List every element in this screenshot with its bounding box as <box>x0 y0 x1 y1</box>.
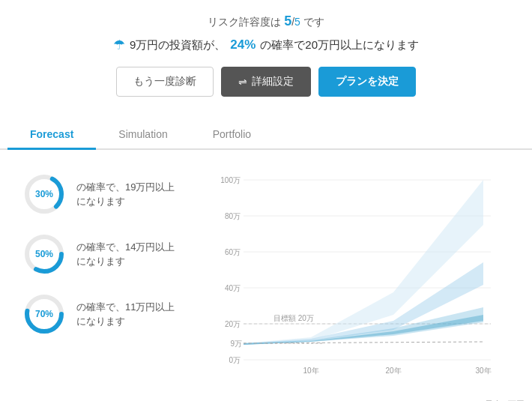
tab-simulation[interactable]: Simulation <box>96 121 190 150</box>
prob-item-50: 50% の確率で、14万円以上 になります <box>22 232 180 276</box>
prob-item-70: 70% の確率で、11万円以上 になります <box>22 292 180 336</box>
main-content: 30% の確率で、19万円以上 になります 50% の確率で、14万円以上 にな… <box>0 150 532 397</box>
donut-30: 30% <box>22 172 66 216</box>
re-diagnose-button[interactable]: もう一度診断 <box>116 67 214 97</box>
tab-forecast[interactable]: Forecast <box>7 121 96 150</box>
left-panel: 30% の確率で、19万円以上 になります 50% の確率で、14万円以上 にな… <box>7 165 180 390</box>
svg-text:100万: 100万 <box>220 176 241 184</box>
svg-text:20年: 20年 <box>385 367 401 375</box>
svg-text:40万: 40万 <box>225 284 241 292</box>
svg-text:80万: 80万 <box>225 212 241 220</box>
decide-button[interactable]: プランを決定 <box>318 67 416 97</box>
svg-text:目標額 20万: 目標額 20万 <box>273 314 314 322</box>
svg-text:9万: 9万 <box>230 340 242 348</box>
svg-text:30年: 30年 <box>475 367 491 375</box>
buttons-row: もう一度診断 ⇌ 詳細設定 プランを決定 <box>15 67 517 97</box>
tab-portfolio[interactable]: Portfolio <box>190 121 273 150</box>
svg-text:0万: 0万 <box>229 356 241 364</box>
donut-70: 70% <box>22 292 66 336</box>
forecast-summary: ☂ 9万円の投資額が、 24% の確率で20万円以上になります <box>15 37 517 53</box>
chart-area: 100万 80万 60万 40万 20万 0万 10年 20年 30年 目標額 … <box>187 165 525 390</box>
svg-marker-26 <box>244 262 483 345</box>
settings-button[interactable]: ⇌ 詳細設定 <box>221 67 311 97</box>
prob-item-30: 30% の確率で、19万円以上 になります <box>22 172 180 216</box>
svg-text:10年: 10年 <box>303 367 318 375</box>
settings-icon: ⇌ <box>238 76 247 88</box>
umbrella-icon: ☂ <box>113 37 125 53</box>
top-section: リスク許容度は 5/5 です ☂ 9万円の投資額が、 24% の確率で20万円以… <box>0 0 532 121</box>
tabs-row: Forecast Simulation Portfolio <box>0 121 532 150</box>
svg-text:20万: 20万 <box>225 320 241 328</box>
forecast-chart: 100万 80万 60万 40万 20万 0万 10年 20年 30年 目標額 … <box>187 165 525 390</box>
donut-50: 50% <box>22 232 66 276</box>
risk-title: リスク許容度は 5/5 です <box>15 13 517 29</box>
svg-text:60万: 60万 <box>225 248 241 256</box>
